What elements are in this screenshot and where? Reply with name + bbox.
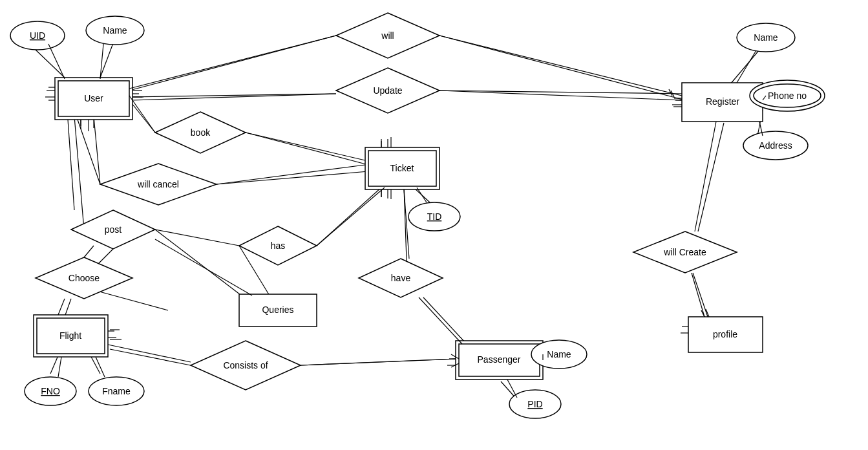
rel-choose-label: Choose: [69, 273, 100, 283]
svg-line-79: [695, 122, 716, 231]
entity-flight-label: Flight: [59, 330, 81, 341]
svg-line-80: [693, 273, 708, 317]
svg-line-59: [129, 36, 336, 89]
svg-line-26: [730, 50, 759, 84]
svg-line-74: [155, 239, 252, 295]
svg-line-68: [217, 165, 365, 184]
rel-will-cancel-label: will cancel: [137, 179, 179, 189]
svg-line-0: [36, 50, 65, 78]
rel-book-label: book: [191, 127, 211, 138]
svg-line-29: [698, 123, 724, 231]
entity-passenger-label: Passenger: [478, 354, 521, 365]
svg-line-3: [439, 36, 685, 100]
attr-pass-name-label: Name: [547, 349, 571, 359]
attr-tid-label: TID: [427, 211, 442, 222]
attr-phone-label: Phone no: [768, 91, 807, 101]
svg-line-69: [68, 120, 74, 210]
attr-fname-label: Fname: [102, 386, 131, 396]
svg-line-65: [129, 96, 155, 133]
attr-user-name-label: Name: [103, 25, 127, 36]
rel-post-label: post: [105, 224, 122, 235]
svg-line-20: [110, 349, 191, 365]
svg-line-56: [96, 357, 105, 377]
attr-fno-label: FNO: [41, 386, 60, 396]
er-diagram: will Update book will cancel post Choose…: [0, 0, 868, 450]
svg-line-66: [246, 133, 365, 160]
svg-line-78: [301, 359, 456, 365]
entity-user-label: User: [84, 93, 103, 103]
svg-line-25: [90, 356, 100, 374]
svg-line-15: [65, 299, 71, 317]
rel-update-label: Update: [373, 85, 402, 96]
svg-line-60: [439, 36, 682, 96]
svg-line-51: [737, 50, 756, 83]
svg-line-24: [50, 356, 58, 374]
entity-profile-label: profile: [713, 329, 737, 339]
entity-register-label: Register: [706, 96, 739, 107]
svg-line-30: [692, 273, 704, 317]
svg-line-58: [507, 380, 517, 398]
svg-line-18: [423, 297, 465, 343]
svg-line-49: [48, 44, 65, 79]
attr-uid-label: UID: [30, 30, 45, 41]
svg-line-75: [404, 189, 409, 259]
attr-reg-name-label: Name: [754, 32, 778, 43]
svg-line-61: [132, 94, 336, 100]
svg-line-9: [217, 171, 368, 184]
rel-consists-of-label: Consists of: [223, 360, 268, 370]
svg-line-70: [155, 230, 239, 246]
svg-line-71: [317, 188, 385, 246]
svg-line-76: [419, 297, 462, 344]
attr-address-label: Address: [759, 140, 792, 151]
svg-line-55: [58, 357, 61, 377]
svg-line-6: [129, 100, 155, 133]
svg-line-7: [246, 133, 368, 165]
attr-pid-label: PID: [527, 399, 542, 409]
entity-queries-label: Queries: [262, 305, 293, 315]
rel-has-label: has: [271, 241, 286, 251]
svg-line-16: [97, 291, 168, 310]
rel-will-create-label: will Create: [663, 247, 706, 257]
rel-have-label: have: [391, 273, 411, 283]
svg-line-77: [108, 345, 191, 362]
svg-line-4: [129, 94, 336, 97]
rel-will-label: will: [381, 30, 394, 41]
svg-line-73: [58, 299, 65, 315]
svg-line-72: [84, 246, 94, 257]
svg-line-12: [155, 230, 246, 299]
entity-ticket-label: Ticket: [390, 163, 414, 173]
